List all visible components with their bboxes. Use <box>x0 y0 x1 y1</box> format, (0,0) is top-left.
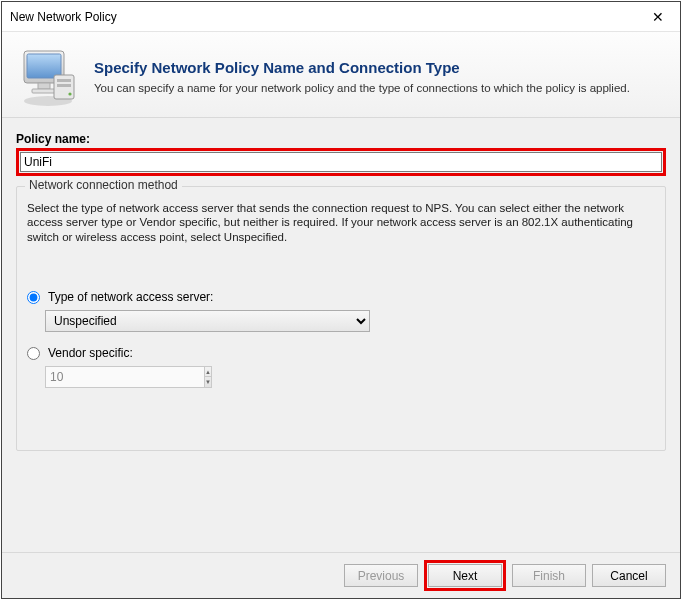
svg-point-8 <box>68 92 71 95</box>
header-text-block: Specify Network Policy Name and Connecti… <box>94 59 666 94</box>
vendor-id-spinner: ▲ ▼ <box>45 366 101 388</box>
previous-button: Previous <box>344 564 418 587</box>
svg-rect-6 <box>57 79 71 82</box>
titlebar: New Network Policy ✕ <box>2 2 680 32</box>
next-button-highlight: Next <box>424 560 506 591</box>
svg-rect-2 <box>27 54 61 78</box>
spinner-buttons: ▲ ▼ <box>204 366 212 388</box>
next-button[interactable]: Next <box>428 564 502 587</box>
spinner-down-icon: ▼ <box>205 377 211 387</box>
cancel-button[interactable]: Cancel <box>592 564 666 587</box>
policy-name-highlight <box>16 148 666 176</box>
window-title: New Network Policy <box>10 10 635 24</box>
finish-button: Finish <box>512 564 586 587</box>
nas-type-select[interactable]: Unspecified <box>45 310 370 332</box>
monitor-server-icon <box>16 45 80 109</box>
group-legend: Network connection method <box>25 178 182 192</box>
wizard-subtext: You can specify a name for your network … <box>94 82 666 94</box>
wizard-footer: Previous Next Finish Cancel <box>2 552 680 598</box>
radio-vendor-specific[interactable] <box>27 347 40 360</box>
radio-nas-type[interactable] <box>27 291 40 304</box>
wizard-heading: Specify Network Policy Name and Connecti… <box>94 59 666 76</box>
policy-name-input[interactable] <box>20 152 662 172</box>
connection-method-group: Network connection method Select the typ… <box>16 186 666 451</box>
radio-vendor-label: Vendor specific: <box>48 346 133 360</box>
wizard-header: Specify Network Policy Name and Connecti… <box>2 32 680 118</box>
radio-row-vendor[interactable]: Vendor specific: <box>27 346 655 360</box>
vendor-id-input <box>45 366 204 388</box>
svg-rect-4 <box>32 89 56 93</box>
svg-rect-7 <box>57 84 71 87</box>
radio-row-nas-type[interactable]: Type of network access server: <box>27 290 655 304</box>
spinner-up-icon: ▲ <box>205 367 211 377</box>
wizard-window: New Network Policy ✕ <box>1 1 681 599</box>
wizard-body: Policy name: Network connection method S… <box>2 118 680 552</box>
radio-nas-type-label: Type of network access server: <box>48 290 213 304</box>
group-description: Select the type of network access server… <box>27 201 655 244</box>
close-button[interactable]: ✕ <box>635 2 680 32</box>
close-icon: ✕ <box>652 9 664 25</box>
svg-rect-3 <box>38 83 50 89</box>
policy-name-label: Policy name: <box>16 132 666 146</box>
